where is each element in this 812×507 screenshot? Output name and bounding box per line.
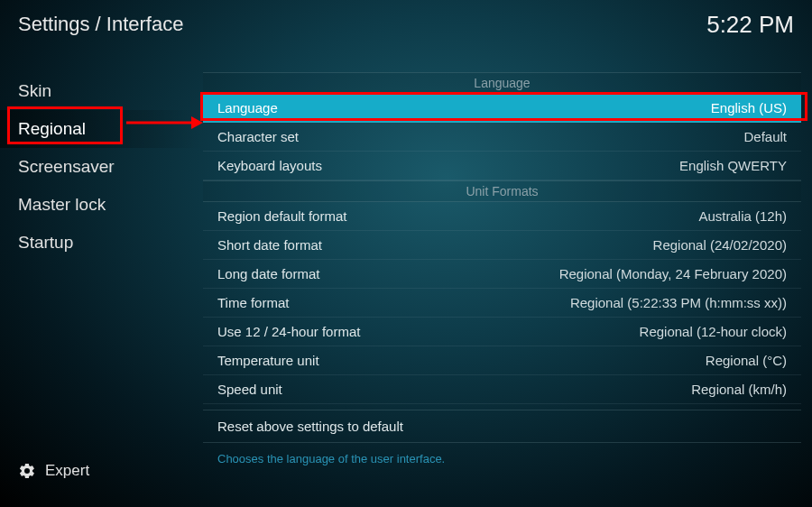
setting-value: Regional (12-hour clock) <box>640 324 787 339</box>
setting-value: English QWERTY <box>679 158 787 173</box>
sidebar: Skin Regional Screensaver Master lock St… <box>0 45 203 507</box>
setting-row-time-format[interactable]: Time format Regional (5:22:33 PM (h:mm:s… <box>203 289 801 318</box>
setting-value: Regional (5:22:33 PM (h:mm:ss xx)) <box>570 295 787 310</box>
sidebar-item-label: Regional <box>18 119 86 138</box>
settings-level-label: Expert <box>45 462 89 480</box>
setting-label: Character set <box>217 129 299 144</box>
sidebar-item-label: Startup <box>18 233 73 252</box>
setting-value: Regional (Monday, 24 February 2020) <box>559 266 787 281</box>
sidebar-item-skin[interactable]: Skin <box>0 72 203 110</box>
setting-row-short-date-format[interactable]: Short date format Regional (24/02/2020) <box>203 231 801 260</box>
setting-label: Region default format <box>217 208 346 224</box>
setting-label: Short date format <box>217 237 322 253</box>
setting-label: Language <box>217 100 278 115</box>
setting-row-long-date-format[interactable]: Long date format Regional (Monday, 24 Fe… <box>203 260 801 289</box>
gear-icon <box>18 462 36 480</box>
setting-row-12-24-hour[interactable]: Use 12 / 24-hour format Regional (12-hou… <box>203 318 801 346</box>
sidebar-item-screensaver[interactable]: Screensaver <box>0 148 203 186</box>
setting-row-region-default-format[interactable]: Region default format Australia (12h) <box>203 202 801 231</box>
content: Skin Regional Screensaver Master lock St… <box>0 45 812 507</box>
setting-value: Regional (°C) <box>706 353 787 368</box>
header: Settings / Interface 5:22 PM <box>0 0 812 45</box>
sidebar-item-master-lock[interactable]: Master lock <box>0 186 203 224</box>
settings-level-button[interactable]: Expert <box>0 451 203 507</box>
sidebar-item-regional[interactable]: Regional <box>0 110 203 148</box>
breadcrumb: Settings / Interface <box>18 13 183 36</box>
setting-row-character-set[interactable]: Character set Default <box>203 123 801 152</box>
reset-settings-button[interactable]: Reset above settings to default <box>203 410 801 443</box>
sidebar-item-label: Skin <box>18 81 51 100</box>
setting-value: Regional (km/h) <box>691 382 787 397</box>
section-header-unit-formats: Unit Formats <box>203 180 801 202</box>
setting-row-keyboard-layouts[interactable]: Keyboard layouts English QWERTY <box>203 152 801 180</box>
hint-text: Chooses the language of the user interfa… <box>203 443 801 475</box>
clock: 5:22 PM <box>706 11 794 39</box>
setting-value: Australia (12h) <box>698 208 787 224</box>
setting-row-speed-unit[interactable]: Speed unit Regional (km/h) <box>203 375 801 404</box>
setting-label: Keyboard layouts <box>217 158 322 173</box>
reset-label: Reset above settings to default <box>217 419 403 434</box>
sidebar-item-label: Master lock <box>18 195 106 214</box>
sidebar-item-startup[interactable]: Startup <box>0 224 203 262</box>
setting-label: Temperature unit <box>217 353 319 368</box>
setting-row-language[interactable]: Language English (US) <box>203 94 801 123</box>
setting-value: Regional (24/02/2020) <box>653 237 787 253</box>
section-header-language: Language <box>203 72 801 94</box>
setting-row-temperature-unit[interactable]: Temperature unit Regional (°C) <box>203 346 801 375</box>
main-panel: Language Language English (US) Character… <box>203 45 812 507</box>
sidebar-item-label: Screensaver <box>18 157 115 176</box>
setting-value: Default <box>743 129 787 144</box>
setting-label: Use 12 / 24-hour format <box>217 324 360 339</box>
setting-value: English (US) <box>711 100 787 115</box>
setting-label: Speed unit <box>217 382 282 397</box>
setting-label: Time format <box>217 295 289 310</box>
setting-label: Long date format <box>217 266 319 281</box>
